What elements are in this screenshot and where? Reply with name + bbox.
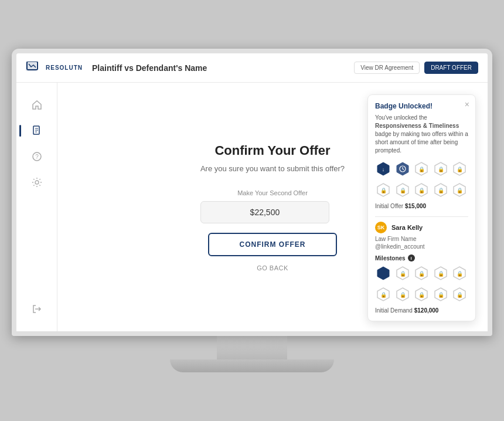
svg-text:🔒: 🔒 <box>437 166 444 173</box>
badge-unlocked-title: Badge Unlocked! <box>375 102 468 110</box>
badges-grid-row2: 🔒 🔒 <box>375 182 468 198</box>
svg-text:🔒: 🔒 <box>457 270 464 277</box>
svg-text:🔒: 🔒 <box>380 187 387 194</box>
confirm-subtitle: Are you sure you want to submit this off… <box>200 164 345 173</box>
initial-demand-section: Initial Demand $120,000 <box>375 307 468 314</box>
logo: RESOLUTN <box>26 62 83 74</box>
view-agreement-button[interactable]: View DR Agreement <box>354 62 420 74</box>
logout-icon <box>32 304 42 314</box>
badge-item-download: ↓ <box>375 161 391 177</box>
sidebar-item-help[interactable]: ? <box>26 146 47 167</box>
svg-text:🔒: 🔒 <box>437 187 444 194</box>
sidebar-item-home[interactable] <box>26 94 47 116</box>
sidebar-item-logout[interactable] <box>26 298 47 320</box>
monitor-stand-base <box>170 359 334 372</box>
confirm-offer-button[interactable]: CONFIRM OFFER <box>208 233 337 256</box>
draft-offer-button[interactable]: DRAFT OFFER <box>424 62 478 74</box>
offer-amount: $22,500 <box>200 201 329 223</box>
badge-item-locked-5: 🔒 <box>394 182 411 198</box>
body-wrap: ? <box>16 83 488 331</box>
badge-item-locked-7: 🔒 <box>433 182 449 198</box>
monitor-screen: RESOLUTN Plaintiff vs Defendant's Name V… <box>12 49 492 336</box>
milestone-locked-1: 🔒 <box>394 265 411 281</box>
milestone-locked-7: 🔒 <box>413 286 430 303</box>
badge-item-locked-4: 🔒 <box>375 182 391 198</box>
header-actions: View DR Agreement DRAFT OFFER <box>354 62 478 74</box>
badge-item-locked-2: 🔒 <box>433 161 449 177</box>
milestone-locked-4: 🔒 <box>451 265 468 281</box>
milestones-row: Milestones i <box>375 254 468 262</box>
badge-description: You've unlocked the Responsiveness & Tim… <box>375 114 468 155</box>
user-firm: Law Firm Name <box>375 236 468 242</box>
sidebar-item-settings[interactable] <box>26 172 47 193</box>
svg-text:🔒: 🔒 <box>399 270 406 277</box>
svg-text:🔒: 🔒 <box>418 166 425 173</box>
milestones-grid-row2: 🔒 🔒 <box>375 286 468 303</box>
user-linkedin: @linkedin_account <box>375 243 468 250</box>
svg-text:🔒: 🔒 <box>380 291 387 298</box>
svg-text:🔒: 🔒 <box>457 291 464 298</box>
divider <box>375 216 468 217</box>
sidebar: ? <box>16 83 57 331</box>
badge-item-locked-3: 🔒 <box>451 161 468 177</box>
badge-item-clock <box>394 161 411 177</box>
svg-text:🔒: 🔒 <box>399 187 406 194</box>
milestone-locked-6: 🔒 <box>394 286 411 303</box>
sidebar-nav: ? <box>26 94 47 298</box>
confirm-title: Confirm Your Offer <box>200 143 345 158</box>
case-title: Plaintiff vs Defendant's Name <box>92 63 354 73</box>
main-content: Confirm Your Offer Are you sure you want… <box>57 83 488 331</box>
user-name: Sara Kelly <box>391 224 423 231</box>
svg-point-8 <box>35 181 39 184</box>
badge-item-locked-1: 🔒 <box>413 161 430 177</box>
sidebar-bottom <box>26 298 47 324</box>
svg-marker-31 <box>377 267 389 280</box>
svg-text:🔒: 🔒 <box>418 187 425 194</box>
svg-text:🔒: 🔒 <box>437 270 444 277</box>
go-back-link[interactable]: GO BACK <box>200 264 345 271</box>
badge-item-locked-8: 🔒 <box>451 182 468 198</box>
milestones-label: Milestones <box>375 255 406 262</box>
confirm-card: Confirm Your Offer Are you sure you want… <box>177 120 368 295</box>
milestone-locked-8: 🔒 <box>433 286 449 303</box>
svg-text:🔒: 🔒 <box>437 291 444 298</box>
help-icon: ? <box>32 151 42 162</box>
home-icon <box>32 100 42 110</box>
monitor-stand-neck <box>217 336 287 359</box>
svg-text:🔒: 🔒 <box>457 187 464 194</box>
app-header: RESOLUTN Plaintiff vs Defendant's Name V… <box>16 53 488 83</box>
milestone-active-1 <box>375 265 391 281</box>
badge-item-locked-6: 🔒 <box>413 182 430 198</box>
sidebar-item-document[interactable] <box>26 120 47 141</box>
milestone-locked-9: 🔒 <box>451 286 468 303</box>
milestone-locked-5: 🔒 <box>375 286 391 303</box>
badges-grid-row1: ↓ <box>375 161 468 177</box>
offer-label: Make Your Second Offer <box>200 189 345 196</box>
svg-text:🔒: 🔒 <box>418 291 425 298</box>
milestone-locked-3: 🔒 <box>433 265 449 281</box>
initial-offer-section: Initial Offer $15,000 <box>375 203 468 209</box>
svg-text:?: ? <box>35 154 39 160</box>
document-icon <box>32 125 42 136</box>
svg-text:🔒: 🔒 <box>418 270 425 277</box>
svg-text:↓: ↓ <box>382 167 385 172</box>
app-container: RESOLUTN Plaintiff vs Defendant's Name V… <box>16 53 488 331</box>
logo-text: RESOLUTN <box>46 64 83 71</box>
gear-icon <box>32 177 42 188</box>
logo-icon <box>26 62 42 74</box>
avatar: SK <box>375 222 387 233</box>
svg-text:🔒: 🔒 <box>457 166 464 173</box>
badge-close-button[interactable]: × <box>465 100 469 109</box>
milestone-locked-2: 🔒 <box>413 265 430 281</box>
user-row: SK Sara Kelly <box>375 222 468 233</box>
milestones-grid-row1: 🔒 🔒 <box>375 265 468 281</box>
svg-text:🔒: 🔒 <box>399 291 406 298</box>
milestones-info-icon: i <box>408 254 415 262</box>
badge-popup: × Badge Unlocked! You've unlocked the Re… <box>367 94 476 321</box>
